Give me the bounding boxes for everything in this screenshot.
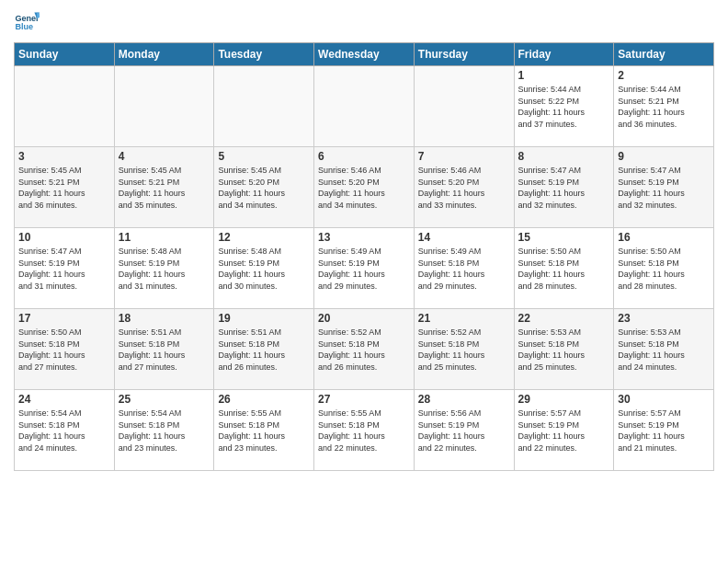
calendar-cell: 30Sunrise: 5:57 AM Sunset: 5:19 PM Dayli… [614,390,714,471]
calendar-cell: 4Sunrise: 5:45 AM Sunset: 5:21 PM Daylig… [114,147,214,228]
day-number: 1 [518,69,610,82]
calendar-cell: 11Sunrise: 5:48 AM Sunset: 5:19 PM Dayli… [114,228,214,309]
day-number: 5 [218,150,310,163]
day-info: Sunrise: 5:50 AM Sunset: 5:18 PM Dayligh… [518,246,610,292]
calendar-cell: 23Sunrise: 5:53 AM Sunset: 5:18 PM Dayli… [614,309,714,390]
day-info: Sunrise: 5:45 AM Sunset: 5:20 PM Dayligh… [218,165,310,211]
weekday-header-sunday: Sunday [15,43,115,66]
day-number: 19 [218,312,310,325]
day-info: Sunrise: 5:51 AM Sunset: 5:18 PM Dayligh… [119,327,210,373]
page-container: General Blue SundayMondayTuesdayWednesda… [0,0,728,563]
calendar-cell: 3Sunrise: 5:45 AM Sunset: 5:21 PM Daylig… [15,147,115,228]
calendar-cell: 25Sunrise: 5:54 AM Sunset: 5:18 PM Dayli… [114,390,214,471]
calendar-body: 1Sunrise: 5:44 AM Sunset: 5:22 PM Daylig… [15,66,714,471]
day-number: 6 [318,150,410,163]
day-number: 24 [18,393,110,406]
day-info: Sunrise: 5:56 AM Sunset: 5:19 PM Dayligh… [418,408,510,454]
day-info: Sunrise: 5:49 AM Sunset: 5:18 PM Dayligh… [418,246,510,292]
calendar-cell: 13Sunrise: 5:49 AM Sunset: 5:19 PM Dayli… [314,228,415,309]
day-number: 11 [119,231,210,244]
day-info: Sunrise: 5:53 AM Sunset: 5:18 PM Dayligh… [518,327,610,373]
calendar-cell: 14Sunrise: 5:49 AM Sunset: 5:18 PM Dayli… [414,228,514,309]
day-info: Sunrise: 5:52 AM Sunset: 5:18 PM Dayligh… [318,327,410,373]
day-number: 22 [518,312,610,325]
calendar-cell [314,66,415,147]
calendar-cell [414,66,514,147]
calendar-cell: 7Sunrise: 5:46 AM Sunset: 5:20 PM Daylig… [414,147,514,228]
day-info: Sunrise: 5:54 AM Sunset: 5:18 PM Dayligh… [18,408,110,454]
day-number: 26 [218,393,310,406]
calendar-cell: 8Sunrise: 5:47 AM Sunset: 5:19 PM Daylig… [514,147,614,228]
day-info: Sunrise: 5:44 AM Sunset: 5:21 PM Dayligh… [618,84,710,130]
day-info: Sunrise: 5:46 AM Sunset: 5:20 PM Dayligh… [418,165,510,211]
day-number: 7 [418,150,510,163]
calendar-cell: 22Sunrise: 5:53 AM Sunset: 5:18 PM Dayli… [514,309,614,390]
calendar-cell [114,66,214,147]
day-number: 10 [18,231,110,244]
day-info: Sunrise: 5:48 AM Sunset: 5:19 PM Dayligh… [218,246,310,292]
calendar-cell: 12Sunrise: 5:48 AM Sunset: 5:19 PM Dayli… [214,228,314,309]
day-info: Sunrise: 5:51 AM Sunset: 5:18 PM Dayligh… [218,327,310,373]
day-info: Sunrise: 5:57 AM Sunset: 5:19 PM Dayligh… [518,408,610,454]
logo: General Blue [14,9,43,35]
calendar-week-3: 10Sunrise: 5:47 AM Sunset: 5:19 PM Dayli… [15,228,714,309]
calendar-cell: 2Sunrise: 5:44 AM Sunset: 5:21 PM Daylig… [614,66,714,147]
day-number: 14 [418,231,510,244]
day-number: 29 [518,393,610,406]
calendar-cell: 9Sunrise: 5:47 AM Sunset: 5:19 PM Daylig… [614,147,714,228]
calendar-table: SundayMondayTuesdayWednesdayThursdayFrid… [14,42,714,471]
day-info: Sunrise: 5:45 AM Sunset: 5:21 PM Dayligh… [119,165,210,211]
day-info: Sunrise: 5:46 AM Sunset: 5:20 PM Dayligh… [318,165,410,211]
calendar-cell: 29Sunrise: 5:57 AM Sunset: 5:19 PM Dayli… [514,390,614,471]
day-info: Sunrise: 5:45 AM Sunset: 5:21 PM Dayligh… [18,165,110,211]
calendar-cell [214,66,314,147]
day-number: 28 [418,393,510,406]
day-number: 3 [18,150,110,163]
day-info: Sunrise: 5:47 AM Sunset: 5:19 PM Dayligh… [618,165,710,211]
day-info: Sunrise: 5:55 AM Sunset: 5:18 PM Dayligh… [318,408,410,454]
day-info: Sunrise: 5:50 AM Sunset: 5:18 PM Dayligh… [18,327,110,373]
calendar-cell: 19Sunrise: 5:51 AM Sunset: 5:18 PM Dayli… [214,309,314,390]
day-number: 25 [119,393,210,406]
day-number: 27 [318,393,410,406]
day-info: Sunrise: 5:52 AM Sunset: 5:18 PM Dayligh… [418,327,510,373]
day-info: Sunrise: 5:55 AM Sunset: 5:18 PM Dayligh… [218,408,310,454]
calendar-cell [15,66,115,147]
calendar-cell: 10Sunrise: 5:47 AM Sunset: 5:19 PM Dayli… [15,228,115,309]
day-info: Sunrise: 5:44 AM Sunset: 5:22 PM Dayligh… [518,84,610,130]
calendar-cell: 27Sunrise: 5:55 AM Sunset: 5:18 PM Dayli… [314,390,415,471]
day-info: Sunrise: 5:47 AM Sunset: 5:19 PM Dayligh… [18,246,110,292]
day-info: Sunrise: 5:47 AM Sunset: 5:19 PM Dayligh… [518,165,610,211]
calendar-cell: 20Sunrise: 5:52 AM Sunset: 5:18 PM Dayli… [314,309,415,390]
day-number: 4 [119,150,210,163]
calendar-cell: 28Sunrise: 5:56 AM Sunset: 5:19 PM Dayli… [414,390,514,471]
calendar-week-4: 17Sunrise: 5:50 AM Sunset: 5:18 PM Dayli… [15,309,714,390]
day-number: 9 [618,150,710,163]
calendar-cell: 26Sunrise: 5:55 AM Sunset: 5:18 PM Dayli… [214,390,314,471]
calendar-cell: 1Sunrise: 5:44 AM Sunset: 5:22 PM Daylig… [514,66,614,147]
logo-icon: General Blue [14,9,40,35]
day-number: 8 [518,150,610,163]
calendar-week-1: 1Sunrise: 5:44 AM Sunset: 5:22 PM Daylig… [15,66,714,147]
day-number: 30 [618,393,710,406]
weekday-header-friday: Friday [514,43,614,66]
day-info: Sunrise: 5:53 AM Sunset: 5:18 PM Dayligh… [618,327,710,373]
calendar-cell: 15Sunrise: 5:50 AM Sunset: 5:18 PM Dayli… [514,228,614,309]
calendar-cell: 16Sunrise: 5:50 AM Sunset: 5:18 PM Dayli… [614,228,714,309]
weekday-header-thursday: Thursday [414,43,514,66]
calendar-week-5: 24Sunrise: 5:54 AM Sunset: 5:18 PM Dayli… [15,390,714,471]
day-info: Sunrise: 5:50 AM Sunset: 5:18 PM Dayligh… [618,246,710,292]
calendar-cell: 18Sunrise: 5:51 AM Sunset: 5:18 PM Dayli… [114,309,214,390]
calendar-cell: 6Sunrise: 5:46 AM Sunset: 5:20 PM Daylig… [314,147,415,228]
calendar-cell: 24Sunrise: 5:54 AM Sunset: 5:18 PM Dayli… [15,390,115,471]
calendar-cell: 5Sunrise: 5:45 AM Sunset: 5:20 PM Daylig… [214,147,314,228]
svg-text:Blue: Blue [15,22,33,31]
calendar-week-2: 3Sunrise: 5:45 AM Sunset: 5:21 PM Daylig… [15,147,714,228]
day-number: 18 [119,312,210,325]
page-header: General Blue [14,9,714,35]
day-info: Sunrise: 5:48 AM Sunset: 5:19 PM Dayligh… [119,246,210,292]
weekday-header-monday: Monday [114,43,214,66]
day-number: 16 [618,231,710,244]
day-number: 20 [318,312,410,325]
day-info: Sunrise: 5:49 AM Sunset: 5:19 PM Dayligh… [318,246,410,292]
